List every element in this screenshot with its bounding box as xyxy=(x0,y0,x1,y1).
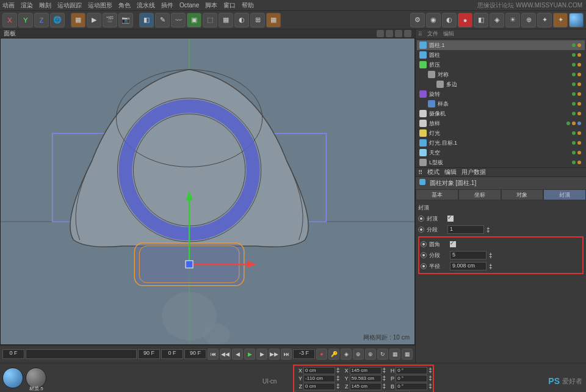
tool-button[interactable]: ◧ xyxy=(474,13,488,27)
radio-icon[interactable] xyxy=(421,241,427,247)
tool-button[interactable]: ✦ xyxy=(537,13,552,27)
vp-icon[interactable] xyxy=(386,30,393,37)
record-icon[interactable]: ● xyxy=(458,13,472,27)
axis-y-button[interactable]: Y xyxy=(18,13,33,27)
tool-button[interactable]: ⬚ xyxy=(203,13,217,27)
tree-item[interactable]: 样条 xyxy=(417,99,585,109)
tree-item[interactable]: 放样 xyxy=(417,118,585,128)
input-fseg[interactable]: 5 xyxy=(450,251,487,260)
tree-item[interactable]: 圆柱 xyxy=(417,50,585,60)
object-flags[interactable] xyxy=(572,53,581,57)
menu-item[interactable]: 窗口 xyxy=(223,1,236,10)
spinner-icon[interactable]: ‡ xyxy=(489,252,493,259)
globe-icon[interactable]: 🌐 xyxy=(50,13,65,27)
menu-item[interactable]: 运动跟踪 xyxy=(57,1,82,10)
tool-button[interactable]: ▦ xyxy=(266,13,281,27)
coord-y-size[interactable]: 59.583 cm xyxy=(350,375,382,382)
tree-item[interactable]: L型板 xyxy=(417,158,585,167)
radio-icon[interactable] xyxy=(421,263,427,269)
timeline-frame[interactable]: -3 F xyxy=(293,349,315,359)
timeline-start[interactable]: 0 F xyxy=(2,349,24,359)
axis-z-button[interactable]: Z xyxy=(34,13,49,27)
menu-item[interactable]: 帮助 xyxy=(242,1,254,10)
timeline-max[interactable]: 90 F xyxy=(184,349,206,359)
render-button[interactable]: ◐ xyxy=(442,13,457,27)
cube-icon[interactable]: ◧ xyxy=(139,13,154,27)
tool-button[interactable]: ⊞ xyxy=(250,13,265,27)
menu-item[interactable]: Octane xyxy=(179,2,199,9)
tool-button[interactable]: ▶ xyxy=(87,13,101,27)
prev-key-icon[interactable]: ◀◀ xyxy=(220,349,231,360)
radio-icon[interactable] xyxy=(418,227,424,233)
play-icon[interactable]: ▶ xyxy=(244,349,255,360)
menu-item[interactable]: 角色 xyxy=(118,1,131,10)
tl-option[interactable]: ⊕ xyxy=(365,349,376,360)
attr-tab-caps[interactable]: 封顶 xyxy=(543,189,586,200)
coord-y-rot[interactable]: 0 ° xyxy=(396,375,427,382)
coord-z-pos[interactable]: 0 cm xyxy=(303,383,335,390)
attr-menu[interactable]: 模式 xyxy=(427,168,440,176)
attr-tab-object[interactable]: 对象 xyxy=(501,189,544,200)
timeline-track[interactable] xyxy=(26,349,137,359)
rp-tab[interactable]: 文件 xyxy=(427,30,438,38)
tree-item[interactable]: 旋转 xyxy=(417,89,585,99)
axis-x-button[interactable]: X xyxy=(2,13,17,27)
rp-tab[interactable]: 编辑 xyxy=(443,30,454,38)
timeline-end[interactable]: 0 F xyxy=(161,349,183,359)
vp-icon[interactable] xyxy=(377,30,384,37)
tree-item[interactable]: 天空 xyxy=(417,148,585,158)
vp-icon[interactable] xyxy=(404,30,411,37)
menu-item[interactable]: 运动图形 xyxy=(88,1,112,10)
spinner-icon[interactable]: ‡ xyxy=(489,263,493,270)
tool-button[interactable]: ⊕ xyxy=(521,13,536,27)
object-flags[interactable] xyxy=(572,131,581,135)
object-flags[interactable] xyxy=(572,151,581,154)
goto-start-icon[interactable]: ⏮ xyxy=(208,349,219,360)
next-frame-icon[interactable]: ▶ xyxy=(256,349,267,360)
coord-x-rot[interactable]: 0 ° xyxy=(396,367,427,374)
tool-button[interactable]: 🎬 xyxy=(103,13,117,27)
object-tree[interactable]: 圆柱.1圆柱挤压对称多边旋转样条摄像机放样灯光灯光.目标.1天空L型板 xyxy=(416,39,586,167)
object-flags[interactable] xyxy=(572,43,581,47)
tool-button[interactable]: ✎ xyxy=(155,13,170,27)
tree-item[interactable]: 摄像机 xyxy=(417,109,585,118)
object-flags[interactable] xyxy=(572,73,581,76)
spinner-icon[interactable]: ‡ xyxy=(487,227,490,233)
tree-item[interactable]: 对称 xyxy=(417,70,585,79)
object-flags[interactable] xyxy=(572,112,581,115)
checkbox-cap[interactable] xyxy=(447,216,454,222)
input-seg[interactable]: 1 xyxy=(447,225,484,234)
render-button[interactable]: ⚙ xyxy=(410,13,425,27)
tool-button[interactable]: 📷 xyxy=(118,13,133,27)
goto-end-icon[interactable]: ⏭ xyxy=(281,349,292,360)
object-flags[interactable] xyxy=(572,161,581,164)
radio-icon[interactable] xyxy=(421,252,427,258)
record-icon[interactable]: ● xyxy=(316,349,327,360)
tool-button[interactable]: ▦ xyxy=(219,13,233,27)
menu-item[interactable]: 脚本 xyxy=(205,1,217,10)
timeline-current[interactable]: 90 F xyxy=(138,349,160,359)
sphere-icon[interactable] xyxy=(569,13,584,27)
coord-x-pos[interactable]: 0 cm xyxy=(303,367,335,374)
tl-option[interactable]: ▦ xyxy=(389,349,400,360)
tool-button[interactable]: 〰 xyxy=(171,13,186,27)
tool-button[interactable]: ▦ xyxy=(71,13,85,27)
object-flags[interactable] xyxy=(572,63,581,67)
object-flags[interactable] xyxy=(566,122,581,125)
attr-menu[interactable]: 编辑 xyxy=(444,168,457,176)
tree-item[interactable]: 多边 xyxy=(417,79,585,89)
attr-menu[interactable]: 用户数据 xyxy=(461,168,486,176)
tool-button[interactable]: ▣ xyxy=(187,13,201,27)
object-flags[interactable] xyxy=(572,141,581,145)
tree-item[interactable]: 灯光.目标.1 xyxy=(417,138,585,148)
attr-tab-basic[interactable]: 基本 xyxy=(416,189,458,200)
attr-tab-coord[interactable]: 坐标 xyxy=(458,189,501,200)
tool-button[interactable]: ◈ xyxy=(490,13,504,27)
menu-item[interactable]: 动画 xyxy=(2,1,15,10)
object-flags[interactable] xyxy=(572,82,581,86)
vp-icon[interactable] xyxy=(395,30,402,37)
next-key-icon[interactable]: ▶▶ xyxy=(269,349,280,360)
tool-button[interactable]: ✦ xyxy=(553,13,568,27)
tree-item[interactable]: 挤压 xyxy=(417,60,585,70)
coord-z-rot[interactable]: 0 ° xyxy=(396,383,427,390)
